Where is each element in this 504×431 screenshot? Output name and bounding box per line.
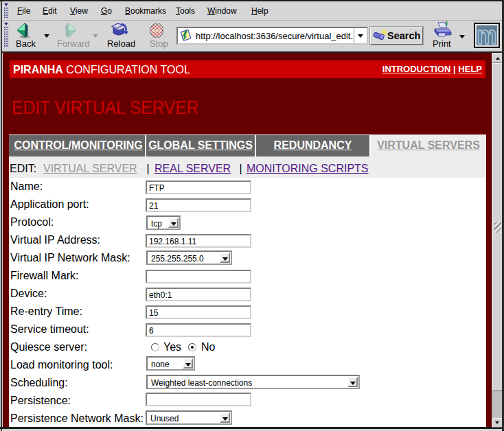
svg-text:m: m <box>477 25 497 45</box>
